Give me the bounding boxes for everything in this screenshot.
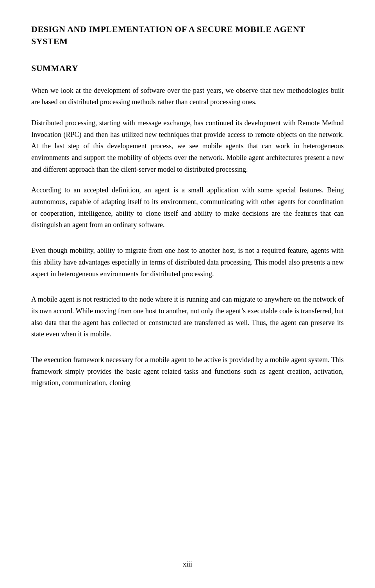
paragraph-3: According to an accepted definition, an … [31,185,344,231]
summary-heading: SUMMARY [31,63,344,73]
document-title: DESIGN AND IMPLEMENTATION OF A SECURE MO… [31,23,344,48]
page: DESIGN AND IMPLEMENTATION OF A SECURE MO… [0,0,375,588]
paragraph-2: Distributed processing, starting with me… [31,117,344,175]
paragraph-5: A mobile agent is not restricted to the … [31,294,344,340]
title-line1: DESIGN AND IMPLEMENTATION OF A SECURE MO… [31,24,305,34]
paragraph-1: When we look at the development of softw… [31,85,344,108]
paragraph-4: Even though mobility, ability to migrate… [31,245,344,280]
page-number: xiii [0,560,375,568]
paragraph-6: The execution framework necessary for a … [31,354,344,389]
title-line2: SYSTEM [31,36,68,46]
